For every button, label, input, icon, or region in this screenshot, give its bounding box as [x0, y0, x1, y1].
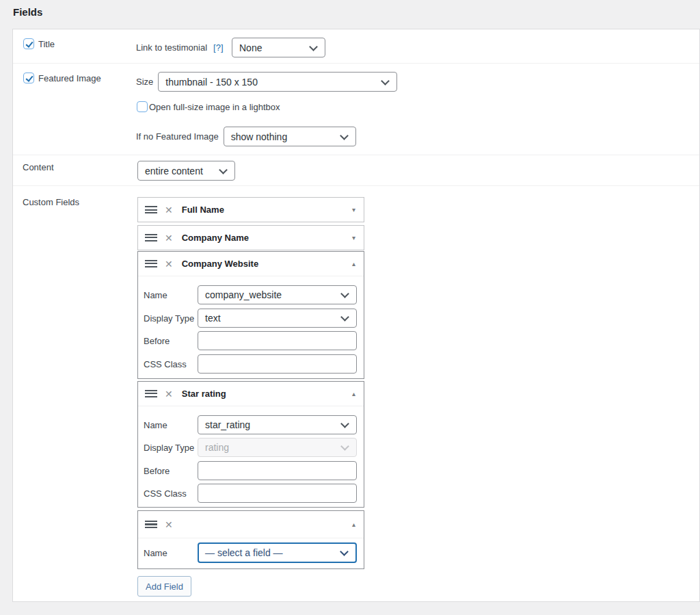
name-select-value: company_website — [205, 289, 282, 300]
collapse-arrow-icon[interactable]: ▴ — [352, 521, 355, 528]
css-class-label: CSS Class — [144, 488, 198, 499]
chevron-down-icon — [340, 547, 349, 556]
custom-field-card-company-website: ✕ Company Website ▴ Name company_website… — [137, 251, 364, 379]
before-input[interactable] — [198, 461, 357, 480]
name-field-row: Name — select a field — — [144, 542, 360, 563]
custom-field-card-star-rating: ✕ Star rating ▴ Name star_rating Display… — [137, 381, 364, 508]
display-type-label: Display Type — [144, 313, 198, 324]
drag-handle-icon[interactable] — [145, 206, 157, 213]
page-title: Fields — [13, 6, 42, 18]
expand-arrow-icon[interactable]: ▾ — [352, 207, 355, 213]
css-class-input[interactable] — [198, 484, 357, 503]
name-select-value: star_rating — [205, 419, 250, 430]
card-title: Star rating — [182, 389, 226, 399]
collapse-arrow-icon[interactable]: ▴ — [352, 261, 355, 267]
custom-field-card-full-name: ✕ Full Name ▾ — [137, 197, 364, 222]
collapse-arrow-icon[interactable]: ▴ — [352, 391, 355, 397]
css-class-field-row: CSS Class — [144, 354, 360, 374]
name-field-row: Name company_website — [144, 285, 360, 304]
content-label: Content — [23, 162, 54, 172]
name-select[interactable]: company_website — [198, 285, 357, 304]
remove-field-icon[interactable]: ✕ — [165, 520, 173, 529]
before-label: Before — [144, 466, 198, 476]
name-select[interactable]: star_rating — [198, 415, 357, 434]
remove-field-icon[interactable]: ✕ — [165, 233, 173, 243]
card-header[interactable]: ✕ Company Website ▴ — [138, 252, 364, 276]
remove-field-icon[interactable]: ✕ — [165, 389, 173, 399]
drag-handle-icon[interactable] — [145, 521, 157, 528]
title-checkbox[interactable] — [23, 38, 34, 49]
custom-fields-list: ✕ Full Name ▾ ✕ Company Name ▾ ✕ — [137, 29, 364, 601]
display-type-select-value: text — [205, 313, 221, 324]
title-checkbox-label: Title — [38, 39, 55, 49]
css-class-input[interactable] — [198, 354, 357, 374]
name-field-row: Name star_rating — [144, 415, 360, 434]
chevron-down-icon — [340, 313, 349, 322]
name-select-value: — select a field — — [205, 547, 283, 558]
drag-handle-icon[interactable] — [145, 260, 157, 267]
display-type-select[interactable]: text — [198, 309, 357, 328]
before-field-row: Before — [144, 461, 360, 480]
css-class-field-row: CSS Class — [144, 484, 360, 503]
featured-image-checkbox[interactable] — [23, 73, 34, 83]
chevron-down-icon — [381, 77, 390, 86]
remove-field-icon[interactable]: ✕ — [165, 259, 173, 269]
display-type-field-row: Display Type text — [144, 309, 360, 328]
title-row-left: Title — [23, 38, 55, 49]
fields-panel: Title Link to testimonial [?] None Featu… — [12, 29, 700, 602]
css-class-label: CSS Class — [144, 359, 198, 369]
featured-image-row-left: Featured Image — [23, 73, 101, 83]
card-title: Company Website — [182, 259, 258, 269]
name-label: Name — [144, 548, 198, 558]
card-title: Company Name — [182, 233, 249, 243]
card-header[interactable]: ✕ Star rating ▴ — [138, 382, 364, 406]
custom-fields-label: Custom Fields — [23, 197, 79, 207]
add-field-button[interactable]: Add Field — [137, 576, 191, 597]
card-title: Full Name — [182, 205, 224, 215]
card-header[interactable]: ✕ ▴ — [138, 511, 364, 538]
display-type-select-disabled: rating — [198, 438, 357, 457]
chevron-down-icon — [340, 419, 349, 428]
display-type-label: Display Type — [144, 443, 198, 453]
display-type-select-value: rating — [205, 442, 229, 453]
display-type-field-row: Display Type rating — [144, 438, 360, 457]
fields-settings-page: Fields Title Link to testimonial [?] Non… — [0, 0, 700, 615]
chevron-down-icon — [340, 442, 349, 451]
drag-handle-icon[interactable] — [145, 390, 157, 397]
featured-image-checkbox-label: Featured Image — [38, 73, 101, 83]
expand-arrow-icon[interactable]: ▾ — [352, 235, 355, 241]
before-label: Before — [144, 336, 198, 346]
before-field-row: Before — [144, 331, 360, 350]
card-header[interactable]: ✕ Company Name ▾ — [138, 226, 364, 250]
name-select-focused[interactable]: — select a field — — [198, 542, 357, 563]
before-input[interactable] — [198, 331, 357, 350]
custom-field-card-company-name: ✕ Company Name ▾ — [137, 225, 364, 250]
add-field-button-label: Add Field — [146, 581, 183, 592]
name-label: Name — [144, 420, 198, 430]
chevron-down-icon — [340, 289, 349, 298]
drag-handle-icon[interactable] — [145, 234, 157, 241]
remove-field-icon[interactable]: ✕ — [165, 205, 173, 215]
custom-field-card-new: ✕ ▴ Name — select a field — — [137, 510, 364, 569]
name-label: Name — [144, 290, 198, 300]
card-header[interactable]: ✕ Full Name ▾ — [138, 198, 364, 222]
